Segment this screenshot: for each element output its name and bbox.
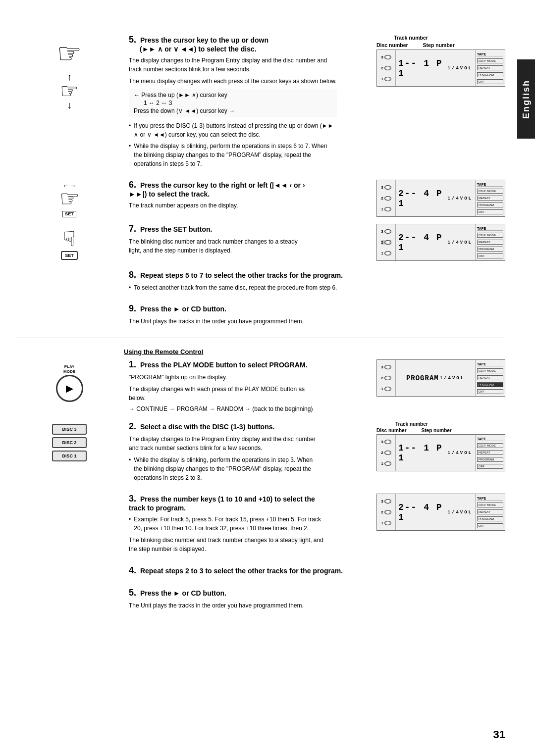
step5-display-area: Track number Disc number Step number 3 xyxy=(376,35,505,87)
r-step1-left: PLAYMODE ▶ xyxy=(15,359,124,402)
step5-body2: The menu display changes with each press… xyxy=(129,77,337,86)
hand-press-icon: ☞ xyxy=(57,40,82,67)
r-step3-display-area: 3 2 1 2-- 4 P 1 xyxy=(376,494,505,531)
program-text: PROGRAM xyxy=(479,73,494,76)
step-number-label: Step number xyxy=(423,42,455,48)
r2-seg: 1-- 1 P 1 xyxy=(398,443,447,463)
language-label: English xyxy=(521,80,532,119)
step5-right: 5. Press the cursor key to the up or dow… xyxy=(124,35,505,171)
play-icon-symbol: ▶ xyxy=(66,383,73,394)
step5-display-unit: 3 2 1 1-- 1 P 1 xyxy=(376,50,505,87)
step7-display-area: 3 2 1 2-- 4 P 1 xyxy=(376,224,505,261)
r-step3-bullet: Example: For track 5, press 5. For track… xyxy=(129,515,327,533)
step6-disc3: 3 xyxy=(381,185,391,190)
step6-disc2-icon xyxy=(384,196,391,201)
step8-row: 8. Repeat steps 5 to 7 to select the oth… xyxy=(15,270,505,295)
disc2-button: DISC 2 xyxy=(52,437,87,448)
section-divider xyxy=(15,338,505,338)
step6-vol: 1/4VOL xyxy=(448,196,473,201)
cd-p-mode-text: CD.P. MODE xyxy=(479,59,496,62)
cursor-down-label: Press the down (∨ ◄◄) cursor key → xyxy=(134,107,235,114)
r2-disc2: 2 xyxy=(381,451,391,455)
step9-number: 9. xyxy=(129,303,136,313)
step7-disc3: 3 xyxy=(381,229,391,234)
r-step3-header: 3. Press the number keys (1 to 10 and +1… xyxy=(129,494,327,512)
r2-disc2-icon xyxy=(384,451,391,455)
r-step4-header-text: Repeat steps 2 to 3 to select the other … xyxy=(140,567,343,575)
step7-disc3-icon xyxy=(384,229,391,234)
step5-bullet2-text: While the display is blinking, perform t… xyxy=(134,142,337,168)
r2-disc-num-label: Disc number xyxy=(376,428,407,433)
r1-off: OFF xyxy=(477,389,503,394)
step6-seg-text: 2-- 4 P 1 1/4VOL xyxy=(396,180,475,216)
r3-vol: 1/4VOL xyxy=(448,510,473,515)
step7-repeat: REPEAT xyxy=(477,240,503,245)
section-r-step2: DISC 3 DISC 2 DISC 1 2. Select a disc xyxy=(15,421,505,485)
step5-number: 5. xyxy=(129,35,136,45)
display-seg-text: 1-- 1 P 1 1/4VOL xyxy=(396,50,475,86)
r3-disc3-icon xyxy=(384,499,391,504)
repeat-badge: REPEAT xyxy=(477,65,503,70)
section-r-step1: PLAYMODE ▶ 1. Press the PLAY MODE button… xyxy=(15,359,505,412)
step5-bullet1: If you press the DISC (1-3) buttons inst… xyxy=(129,121,337,139)
r2-label-row2: Disc number Step number xyxy=(376,428,505,433)
r2-cdp: CD.P. MODE xyxy=(477,443,503,448)
r-step2-header-text: Select a disc with the DISC (1-3) button… xyxy=(140,423,274,431)
r-step3-right: 3. Press the number keys (1 to 10 and +1… xyxy=(124,494,505,556)
r2-vol: 1/4VOL xyxy=(448,451,473,455)
r-step1-body2-text: The display changes with each press of t… xyxy=(129,386,305,402)
disc1-icon xyxy=(384,77,391,81)
step7-hand-icon: ☟ xyxy=(63,229,76,250)
step6-display-disc-icons: 3 2 1 xyxy=(377,180,396,216)
step6-display-unit: 3 2 1 2-- 4 P 1 xyxy=(376,180,505,217)
step5-bullet1-text: If you press the DISC (1-3) buttons inst… xyxy=(134,121,337,139)
step7-program: PROGRAM xyxy=(477,247,503,252)
cursor-up-note: ← Press the up (►► ∧) cursor key xyxy=(134,92,332,99)
disc2-row: 2 xyxy=(381,66,391,70)
section-step6: ←→ ☞ SET 6. Press the cursor key to the … xyxy=(15,180,505,217)
r-step3-number: 3. xyxy=(129,494,136,504)
main-content: ☞ ↑ ☞ ↓ 5. Press the cursor ke xyxy=(15,35,505,613)
r1-disc2-icon xyxy=(384,376,391,380)
r-step2-number: 2. xyxy=(129,421,136,431)
remote-heading: Using the Remote Control xyxy=(124,348,505,355)
r-step1-flow: → CONTINUE → PROGRAM → RANDOM → (back to… xyxy=(129,405,317,412)
step9-right: 9. Press the ► or CD button. The Unit pl… xyxy=(124,303,505,329)
r-step5-body: The Unit plays the tracks in the order y… xyxy=(129,601,505,610)
r1-cdp: CD.P. MODE xyxy=(477,368,503,373)
page-number-text: 31 xyxy=(493,728,505,741)
r-step5-right: 5. Press the ► or CD button. The Unit pl… xyxy=(124,588,505,613)
disc3-row: 3 xyxy=(381,55,391,59)
cursor-seq: 1 ↔ 2 ↔ 3 xyxy=(144,100,332,106)
play-mode-label: PLAYMODE xyxy=(63,364,75,374)
r-step1-display-area: 3 2 1 PROGRAM 1/4 xyxy=(376,359,505,397)
remote-right: Using the Remote Control xyxy=(124,343,505,359)
r-step1-body1: "PROGRAM" lights up on the display. xyxy=(129,373,317,382)
step6-disc2: 2 xyxy=(381,196,391,201)
seg-text-1: 1-- 1 P 1 xyxy=(398,58,447,78)
cursor-down-note: Press the down (∨ ◄◄) cursor key → xyxy=(134,107,332,114)
r3-off: OFF xyxy=(477,523,503,528)
cd-p-mode-badge: CD.P. MODE xyxy=(477,58,503,63)
seg-text-3: 2-- 4 P 1 xyxy=(398,233,447,252)
r-step2-bullet-text: While the display is blinking, perform t… xyxy=(134,455,317,482)
repeat-text: REPEAT xyxy=(479,66,490,69)
track-number-label: Track number xyxy=(394,35,428,41)
r-step1-flow-text: → CONTINUE → PROGRAM → RANDOM → (back to… xyxy=(129,405,313,412)
vol-sup: 1/4VOL xyxy=(448,66,473,71)
r-step2-body-text: The display changes to the Program Entry… xyxy=(129,436,316,452)
r-step1-body2: The display changes with each press of t… xyxy=(129,385,317,403)
r-step1-disc-icons: 3 2 1 xyxy=(377,360,396,396)
section-step7: ☟ SET 7. Press the SET button. The blink… xyxy=(15,224,505,261)
r1-program-active: PROGRAM xyxy=(477,382,503,387)
step6-body: The track number appears on the display. xyxy=(129,201,307,210)
section-step5: ☞ ↑ ☞ ↓ 5. Press the cursor ke xyxy=(15,35,505,171)
r-step2-left: DISC 3 DISC 2 DISC 1 xyxy=(15,421,124,461)
r-step2-header: 2. Select a disc with the DISC (1-3) but… xyxy=(129,421,317,432)
step7-header-text: Press the SET button. xyxy=(140,225,212,233)
r3-disc1-icon xyxy=(384,521,391,525)
remote-heading-text: Using the Remote Control xyxy=(124,348,203,355)
r1-disc3: 3 xyxy=(381,365,391,369)
r-step2-display-area: Track number Disc number Step number 3 xyxy=(376,421,505,471)
r-step1-header-text: Press the PLAY MODE button to select PRO… xyxy=(140,361,308,369)
